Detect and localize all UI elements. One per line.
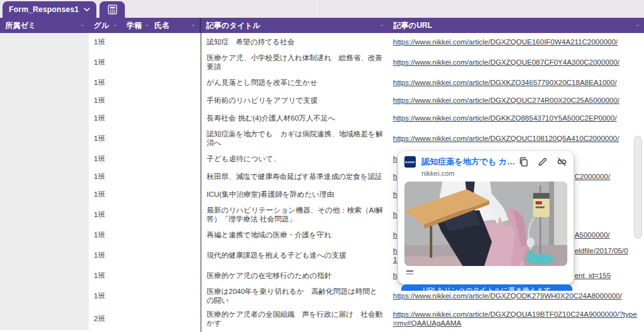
- article-url-link[interactable]: C2000000/: [574, 173, 610, 180]
- cell-article-title[interactable]: 医療的ケア児者の全国組織 声を行政に届け 社会動かす: [202, 307, 389, 330]
- cell-student-id[interactable]: [122, 232, 150, 237]
- cell-student-id[interactable]: [122, 316, 150, 321]
- cell-group[interactable]: 1班: [89, 208, 122, 222]
- cell-seminar[interactable]: [0, 150, 89, 168]
- cell-seminar[interactable]: [0, 51, 89, 74]
- cell-group[interactable]: 2班: [89, 312, 122, 326]
- cell-seminar[interactable]: [0, 244, 89, 267]
- chevron-down-icon[interactable]: [377, 23, 383, 27]
- cell-group[interactable]: 1班: [89, 131, 122, 146]
- cell-article-url[interactable]: https://www.nikkei.com/article/DGXKZO346…: [389, 76, 644, 90]
- cell-seminar[interactable]: [0, 91, 89, 109]
- column-header-article-title[interactable]: 記事のタイトル: [201, 18, 388, 33]
- cell-article-title[interactable]: 長寿社会 挑む(4)介護人材60万人不足へ: [202, 111, 389, 125]
- cell-name[interactable]: [150, 80, 202, 85]
- article-url-link[interactable]: h: [393, 190, 397, 198]
- article-url-link[interactable]: https://www.nikkei.com/article/DGXZQOUA1…: [393, 310, 637, 327]
- article-url-link[interactable]: https://www.nikkei.com/article/DGXZQOUC2…: [393, 96, 619, 104]
- cell-group[interactable]: 1班: [89, 76, 122, 90]
- chevron-down-icon[interactable]: [77, 23, 84, 27]
- sheet-tab-form-responses[interactable]: Form_Responses1: [3, 1, 96, 18]
- chevron-down-icon[interactable]: [84, 8, 90, 11]
- cell-article-title[interactable]: 認知症薬を地方でも カギは病院連携、地域格差を解消へ: [202, 127, 389, 150]
- cell-article-url[interactable]: https://www.nikkei.com/article/DGXZQOUA1…: [389, 307, 644, 330]
- cell-name[interactable]: [150, 293, 202, 298]
- cell-group[interactable]: 1班: [89, 248, 122, 263]
- cell-student-id[interactable]: [122, 273, 150, 278]
- article-url-link[interactable]: 1: [393, 256, 397, 263]
- cell-article-url[interactable]: https://www.nikkei.com/article/DGXZQODK2…: [389, 289, 644, 303]
- cell-seminar[interactable]: [0, 109, 89, 127]
- cell-student-id[interactable]: [122, 80, 150, 85]
- article-url-link[interactable]: A5000000/: [574, 231, 610, 239]
- cell-student-id[interactable]: [122, 156, 150, 161]
- cell-seminar[interactable]: [0, 203, 89, 226]
- cell-name[interactable]: [150, 39, 202, 44]
- copy-link-button[interactable]: [518, 157, 529, 167]
- cell-name[interactable]: [150, 136, 202, 141]
- article-url-link[interactable]: https://www.nikkei.com/article/DGXZQOUC1…: [393, 135, 619, 142]
- cell-article-url[interactable]: https://www.nikkei.com/article/DGXZQOUC1…: [389, 131, 644, 145]
- remove-link-button[interactable]: [557, 157, 567, 167]
- cell-seminar[interactable]: [0, 168, 89, 185]
- cell-name[interactable]: [150, 212, 202, 217]
- cell-article-title[interactable]: 秋田県、減塩で健康寿命延ばす基準達成の定食を認証: [202, 169, 389, 183]
- cell-seminar[interactable]: [0, 307, 89, 330]
- chevron-down-icon[interactable]: [633, 23, 639, 27]
- article-url-link[interactable]: https://www.nikkei.com/article/DGXZQOUE1…: [393, 38, 618, 46]
- cell-student-id[interactable]: [122, 192, 150, 197]
- cell-group[interactable]: 1班: [89, 111, 122, 126]
- article-url-link[interactable]: https://www.nikkei.com/article/DGXKZO346…: [393, 79, 617, 86]
- edit-link-button[interactable]: [538, 157, 548, 167]
- cell-student-id[interactable]: [122, 116, 150, 121]
- cell-name[interactable]: [150, 316, 202, 321]
- chevron-down-icon[interactable]: [110, 23, 117, 27]
- cell-group[interactable]: 1班: [89, 35, 122, 50]
- cell-group[interactable]: 1班: [89, 55, 122, 70]
- vertical-scrollbar-thumb[interactable]: [634, 136, 642, 239]
- cell-name[interactable]: [150, 192, 202, 197]
- cell-seminar[interactable]: [0, 127, 89, 150]
- cell-student-id[interactable]: [122, 212, 150, 217]
- column-header-article-url[interactable]: 記事のURL: [389, 18, 644, 33]
- cell-article-title[interactable]: がん見落とし問題を改革に生かせ: [202, 76, 389, 90]
- article-url-link[interactable]: h: [393, 272, 397, 279]
- cell-article-title[interactable]: 最新のリハビリテーション機器、その他：検索（AI解答）「理学療法 社会問題」: [202, 203, 389, 226]
- article-url-link[interactable]: h: [393, 231, 397, 239]
- cell-student-id[interactable]: [122, 98, 150, 103]
- cell-name[interactable]: [150, 116, 202, 121]
- calculator-tab[interactable]: [100, 1, 125, 18]
- article-url-link[interactable]: h: [393, 173, 397, 180]
- cell-group[interactable]: 1班: [89, 93, 122, 108]
- cell-student-id[interactable]: [122, 293, 150, 298]
- cell-name[interactable]: [150, 253, 202, 258]
- article-url-link[interactable]: https://www.nikkei.com/article/DGKKZO885…: [393, 114, 617, 122]
- cell-seminar[interactable]: [0, 74, 89, 91]
- cell-student-id[interactable]: [122, 60, 150, 65]
- article-url-link[interactable]: https://www.nikkei.com/article/DGXZQODK2…: [393, 292, 622, 300]
- column-header-group[interactable]: グル: [89, 18, 122, 33]
- cell-student-id[interactable]: [122, 253, 150, 258]
- cell-name[interactable]: [150, 174, 202, 179]
- cell-article-title[interactable]: 手術前のリハビリをアプリで支援: [202, 93, 389, 107]
- cell-group[interactable]: 1班: [89, 187, 122, 202]
- cell-seminar[interactable]: [0, 226, 89, 244]
- cell-article-url[interactable]: https://www.nikkei.com/article/DGXZQOUC2…: [389, 93, 644, 107]
- cell-group[interactable]: 1班: [89, 152, 122, 166]
- cell-seminar[interactable]: [0, 33, 89, 51]
- cell-article-title[interactable]: 認知症 希望の持てる社会: [202, 35, 389, 49]
- article-url-link[interactable]: h: [393, 247, 397, 255]
- replace-url-suggestion-button[interactable]: URLをリンクのタイトルに置き換えます: [401, 284, 572, 291]
- link-preview-title[interactable]: 認知症薬を地方でも カギ...: [422, 156, 515, 168]
- article-url-link[interactable]: https://www.nikkei.com/article/DGXZQOUE0…: [393, 58, 619, 66]
- article-url-link[interactable]: eldfile/2017/05/0: [574, 247, 628, 255]
- cell-article-title[interactable]: 子ども虐待について、: [202, 152, 389, 166]
- column-header-seminar[interactable]: 所属ゼミ: [0, 18, 89, 33]
- cell-seminar[interactable]: [0, 267, 89, 284]
- cell-seminar[interactable]: [0, 185, 89, 203]
- cell-student-id[interactable]: [122, 174, 150, 179]
- column-header-student-id[interactable]: 学籍: [122, 18, 150, 33]
- article-url-link[interactable]: ent_id=155: [574, 272, 610, 279]
- article-url-link[interactable]: h: [393, 211, 397, 218]
- cell-article-url[interactable]: https://www.nikkei.com/article/DGXZQOUE1…: [389, 35, 644, 49]
